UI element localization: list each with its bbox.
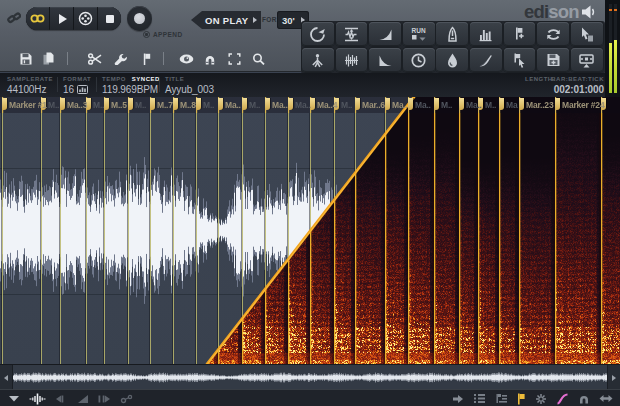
synced-badge[interactable]: SYNCED bbox=[132, 76, 160, 82]
amp-icon bbox=[343, 26, 360, 43]
marker-label: Mar..6 bbox=[362, 100, 385, 110]
record-trigger-dropdown[interactable]: ON PLAY bbox=[191, 11, 261, 29]
wave-editor[interactable]: Marker #1M..Ma..3M..M..5M..M..7M..8M..Ma… bbox=[0, 97, 620, 364]
marker-flag-icon[interactable] bbox=[408, 98, 413, 110]
marker-cursor-button[interactable] bbox=[504, 48, 536, 72]
marker-label: M.. bbox=[135, 100, 146, 110]
snap-asterisk-button[interactable] bbox=[535, 393, 547, 405]
marker-add-button[interactable] bbox=[504, 22, 536, 46]
loop-start-icon bbox=[55, 394, 68, 404]
overview-scrollbar[interactable] bbox=[0, 364, 620, 389]
amp-button[interactable] bbox=[336, 22, 368, 46]
append-mode[interactable]: APPEND bbox=[143, 31, 183, 38]
regions-list-button[interactable] bbox=[473, 393, 486, 404]
title-value[interactable]: Ayyub_003 bbox=[165, 83, 214, 96]
meter-peak-left bbox=[609, 9, 613, 12]
marker-flag-icon[interactable] bbox=[218, 98, 223, 110]
spectrum-eq-button[interactable] bbox=[470, 22, 502, 46]
magnet-button[interactable] bbox=[204, 50, 216, 67]
flag-button[interactable] bbox=[143, 50, 151, 67]
link-icon[interactable] bbox=[7, 11, 21, 25]
chain-icon bbox=[120, 394, 134, 404]
scissors-button[interactable] bbox=[88, 50, 102, 67]
waveform-spectrogram-canvas[interactable] bbox=[0, 97, 620, 364]
samplerate-value[interactable]: 44100Hz bbox=[7, 83, 53, 96]
loop-end-button[interactable] bbox=[98, 394, 111, 404]
run-script-icon: RUN bbox=[410, 26, 428, 43]
save-new-button[interactable] bbox=[537, 48, 569, 72]
marker-flag-icon[interactable] bbox=[104, 98, 109, 110]
play-icon bbox=[59, 14, 67, 24]
slope-button[interactable] bbox=[77, 394, 89, 404]
separator bbox=[163, 52, 164, 65]
marker-flag-icon[interactable] bbox=[555, 98, 560, 110]
eye-button[interactable] bbox=[179, 50, 194, 67]
format-value[interactable]: 16 bbox=[63, 83, 91, 96]
marker-flag-icon[interactable] bbox=[60, 98, 65, 110]
spectrum-eq-icon bbox=[477, 26, 494, 43]
marker-flag-icon[interactable] bbox=[128, 98, 133, 110]
tempo-value[interactable]: 119.969BPM bbox=[102, 83, 160, 96]
record-button[interactable] bbox=[127, 6, 152, 31]
marker-flag-icon[interactable] bbox=[196, 98, 201, 110]
smudge-brush-button[interactable] bbox=[470, 48, 502, 72]
position-value[interactable]: 002:01:000 bbox=[551, 83, 604, 96]
format-label: FORMAT bbox=[63, 75, 91, 83]
length-section: LENGTH bbox=[525, 75, 553, 83]
blur-drop-button[interactable] bbox=[436, 48, 468, 72]
h-arrows-button[interactable] bbox=[599, 394, 613, 403]
claw-icon bbox=[309, 52, 326, 69]
marker-label: Ma.. bbox=[272, 100, 288, 110]
noise-profile-button[interactable] bbox=[436, 22, 468, 46]
loop-start-button[interactable] bbox=[55, 394, 68, 404]
marker-cursor-icon bbox=[511, 52, 528, 69]
overview-wave-canvas[interactable] bbox=[13, 366, 607, 389]
marker-flag-icon[interactable] bbox=[459, 98, 464, 110]
marker-flag-icon[interactable] bbox=[173, 98, 178, 110]
denoise-button[interactable] bbox=[336, 48, 368, 72]
convert-button[interactable] bbox=[537, 22, 569, 46]
forward-arrow-icon bbox=[452, 394, 464, 404]
zoom-button[interactable] bbox=[252, 50, 265, 67]
scroll-left-button[interactable] bbox=[0, 365, 13, 390]
stop-button[interactable] bbox=[98, 7, 121, 30]
marker-flag-icon[interactable] bbox=[519, 98, 524, 110]
marker-flag-button[interactable] bbox=[517, 393, 526, 405]
chain-button[interactable] bbox=[120, 394, 134, 404]
wrench-button[interactable] bbox=[114, 50, 128, 67]
marker-flag-icon[interactable] bbox=[2, 98, 7, 110]
reel-button[interactable] bbox=[74, 7, 97, 30]
run-script-button[interactable]: RUN bbox=[403, 22, 435, 46]
marker-label: Ma bbox=[506, 100, 517, 110]
marker-flag-icon[interactable] bbox=[434, 98, 439, 110]
slide-curve-button[interactable] bbox=[556, 393, 569, 405]
meter-fill-right bbox=[614, 40, 618, 93]
magnet-button[interactable] bbox=[578, 393, 590, 404]
fade-in-button[interactable] bbox=[369, 22, 401, 46]
history-icon bbox=[309, 26, 326, 43]
marker-flag-icon[interactable] bbox=[288, 98, 293, 110]
claw-button[interactable] bbox=[302, 48, 334, 72]
dropdown-arrow-button[interactable] bbox=[8, 394, 20, 403]
marker-flag-icon[interactable] bbox=[150, 98, 155, 110]
play-button[interactable] bbox=[50, 7, 73, 30]
save-button[interactable] bbox=[20, 50, 32, 67]
forward-arrow-button[interactable] bbox=[452, 394, 464, 404]
copy-button[interactable] bbox=[42, 50, 54, 67]
clock-button[interactable] bbox=[403, 48, 435, 72]
paste-cursor-button[interactable] bbox=[571, 22, 603, 46]
fade-out-button[interactable] bbox=[369, 48, 401, 72]
scrub-wave-button[interactable] bbox=[29, 393, 46, 405]
scroll-right-button[interactable] bbox=[607, 365, 620, 390]
marker-flag-icon[interactable] bbox=[385, 98, 390, 110]
append-radio-icon bbox=[143, 31, 150, 38]
markers-list-button[interactable] bbox=[495, 393, 508, 404]
select-brackets-button[interactable] bbox=[228, 50, 241, 67]
marker-flag-icon[interactable] bbox=[265, 98, 270, 110]
send-playlist-button[interactable] bbox=[571, 48, 603, 72]
marker-flag-icon[interactable] bbox=[242, 98, 247, 110]
loop-button[interactable] bbox=[26, 7, 49, 30]
history-button[interactable] bbox=[302, 22, 334, 46]
marker-flag-icon[interactable] bbox=[499, 98, 504, 110]
marker-flag-icon[interactable] bbox=[355, 98, 360, 110]
